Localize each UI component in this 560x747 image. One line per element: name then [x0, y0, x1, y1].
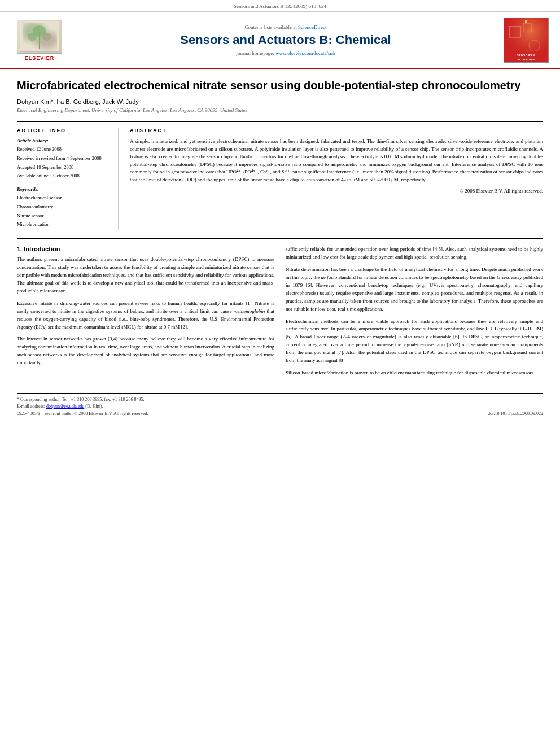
footer-issn: 0925-4005/$ – see front matter © 2008 El… [17, 411, 148, 416]
svg-rect-9 [523, 24, 532, 32]
revised-date: Received in revised form 4 September 200… [17, 155, 110, 162]
right-column: sufficiently reliable for unattended ope… [286, 246, 543, 382]
article-title: Microfabricated electrochemical nitrate … [17, 78, 543, 93]
journal-title: Sensors and Actuators B: Chemical [79, 33, 492, 47]
svg-point-3 [28, 33, 37, 41]
svg-point-2 [33, 25, 46, 37]
elsevier-logo: ELSEVIER [11, 20, 68, 61]
journal-cover-image: SENSORS & ACTUATORS B [504, 18, 549, 63]
keyword-1: Electrochemical sensor [17, 194, 110, 202]
intro-paragraph-3: The interest in sensor networks has grow… [17, 335, 274, 367]
right-paragraph-1: sufficiently reliable for unattended ope… [286, 246, 543, 261]
article-authors: Dohyun Kim*, Ira B. Goldberg, Jack W. Ju… [17, 98, 543, 105]
svg-text:SENSORS &: SENSORS & [517, 54, 535, 57]
article-info-column: ARTICLE INFO Article history: Received 1… [17, 128, 119, 230]
abstract-section: ABSTRACT A simple, miniaturized, and yet… [130, 128, 543, 230]
svg-point-4 [42, 33, 51, 41]
author-email[interactable]: dohyun@ee.ucla.edu [46, 404, 84, 409]
svg-rect-0 [20, 21, 59, 52]
abstract-text: A simple, miniaturized, and yet sensitiv… [130, 138, 543, 184]
svg-rect-7 [504, 18, 548, 62]
intro-paragraph-1: The authors present a microfabricated ni… [17, 256, 274, 295]
article-info-title: ARTICLE INFO [17, 128, 110, 133]
svg-rect-8 [510, 27, 521, 38]
svg-point-10 [529, 40, 540, 51]
article-content: Microfabricated electrochemical nitrate … [0, 69, 560, 425]
right-paragraph-4: Silicon-based microfabrication is proven… [286, 369, 543, 377]
footer-bottom: 0925-4005/$ – see front matter © 2008 El… [17, 411, 543, 416]
two-column-layout: 1. Introduction The authors present a mi… [17, 246, 543, 382]
svg-text:B: B [525, 20, 527, 23]
keyword-4: Microfabrication [17, 221, 110, 228]
keywords-label: Keywords: [17, 186, 110, 192]
copyright: © 2008 Elsevier B.V. All rights reserved… [130, 188, 543, 194]
right-paragraph-2: Nitrate determination has been a challen… [286, 266, 543, 313]
page-footer: * Corresponding author. Tel.: +1 310 206… [17, 393, 543, 416]
intro-paragraph-2: Excessive nitrate in drinking-water sour… [17, 300, 274, 331]
journal-header: ELSEVIER Contents lists available at Sci… [0, 12, 560, 69]
article-divider [17, 121, 543, 122]
footnote-text: * Corresponding author. Tel.: +1 310 206… [17, 397, 543, 402]
elsevier-logo-image [17, 20, 62, 54]
sciencedirect-link[interactable]: ScienceDirect [298, 24, 326, 30]
received-date: Received 12 June 2008 [17, 146, 110, 153]
main-content: 1. Introduction The authors present a mi… [17, 238, 543, 382]
keyword-2: Chronocoulometry [17, 203, 110, 211]
elsevier-label: ELSEVIER [25, 55, 55, 61]
journal-reference: Sensors and Actuators B 135 (2009) 618–6… [234, 3, 326, 9]
svg-text:ACTUATORS: ACTUATORS [517, 58, 535, 61]
journal-homepage: journal homepage: www.elsevier.com/locat… [79, 50, 492, 56]
keyword-3: Nitrate sensor [17, 212, 110, 220]
article-affiliation: Electrical Engineering Department, Unive… [17, 107, 543, 113]
svg-rect-6 [504, 18, 548, 62]
email-footnote: E-mail address: dohyun@ee.ucla.edu (D. K… [17, 404, 543, 409]
top-bar: Sensors and Actuators B 135 (2009) 618–6… [0, 0, 560, 12]
sciencedirect-line: Contents lists available at ScienceDirec… [79, 24, 492, 30]
footer-doi: doi:10.1016/j.snb.2008.09.022 [488, 411, 543, 416]
journal-center: Contents lists available at ScienceDirec… [68, 24, 504, 56]
svg-rect-5 [20, 21, 59, 52]
journal-homepage-link[interactable]: www.elsevier.com/locate/snb [275, 50, 335, 56]
accepted-date: Accepted 19 September 2008 [17, 164, 110, 171]
abstract-title: ABSTRACT [130, 128, 543, 133]
section-1-heading: 1. Introduction [17, 246, 274, 252]
right-paragraph-3: Electrochemical methods can be a more vi… [286, 318, 543, 365]
left-column: 1. Introduction The authors present a mi… [17, 246, 274, 382]
article-body: ARTICLE INFO Article history: Received 1… [17, 128, 543, 230]
online-date: Available online 1 October 2008 [17, 172, 110, 180]
article-history-label: Article history: [17, 138, 110, 143]
keywords-section: Keywords: Electrochemical sensor Chronoc… [17, 186, 110, 228]
